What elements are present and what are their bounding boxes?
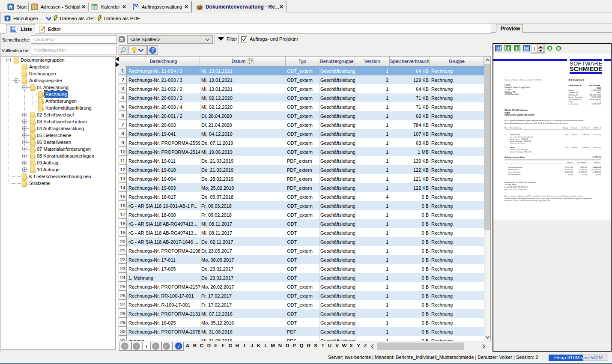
- svg-text:Z: Z: [249, 61, 251, 64]
- svg-text:?: ?: [151, 48, 154, 53]
- svg-text:?: ?: [177, 343, 180, 349]
